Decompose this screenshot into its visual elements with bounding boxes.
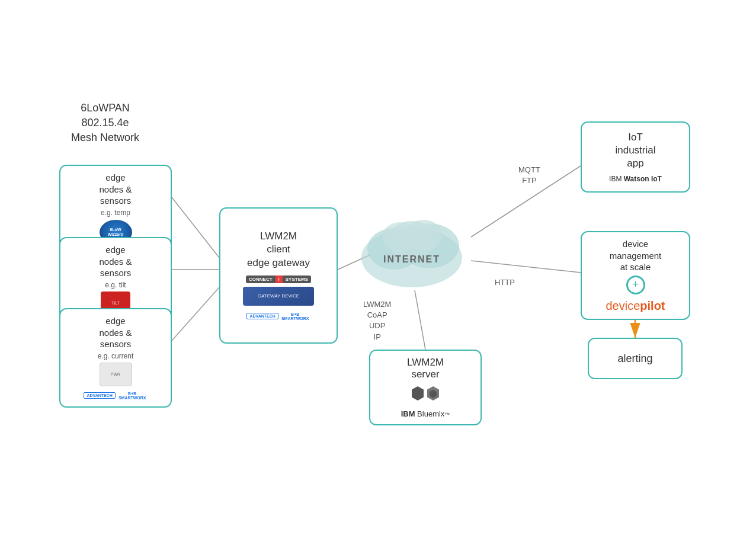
gateway-brand-connect: CONNECT / SYSTEMS <box>246 275 311 283</box>
edge-node-2-title: edgenodes &sensors <box>99 244 132 279</box>
watson-brand: IBM Watson IoT <box>609 175 662 183</box>
edge-node-3-title: edgenodes &sensors <box>99 315 132 350</box>
server-brand: IBM Bluemix™ <box>401 409 450 418</box>
devicepilot-icon <box>626 275 645 294</box>
mqtt-ftp-label: MQTT FTP <box>518 165 540 186</box>
device-mgmt-title: devicemanagementat scale <box>610 238 662 273</box>
gateway-device-img: GATEWAY DEVICE <box>243 287 314 306</box>
device-mgmt-box: devicemanagementat scale devicepilot <box>581 231 690 320</box>
gateway-brand-advantech: ADVANTECH <box>246 313 278 319</box>
gateway-title: LWM2Mclientedge gateway <box>247 230 310 269</box>
svg-point-14 <box>405 220 443 251</box>
cloud-svg: INTERNET <box>353 204 471 293</box>
brand-3-bb: B+BSMARTWORX <box>117 391 148 401</box>
brand-3-advantech: ADVANTECH <box>84 392 115 399</box>
svg-text:INTERNET: INTERNET <box>383 254 440 264</box>
sensor-3-icon: PWR <box>100 363 132 386</box>
devicepilot-brand: devicepilot <box>606 299 665 313</box>
lwm2m-label: LWM2M CoAP UDP IP <box>363 299 391 342</box>
gateway-brand-bb: B+BSMARTWORX <box>280 312 310 321</box>
internet-cloud: INTERNET <box>353 201 471 296</box>
svg-marker-16 <box>412 386 424 401</box>
iot-architecture-diagram: 6LoWPAN 802.15.4e Mesh Network edgenodes… <box>0 0 756 535</box>
edge-node-2-sub: e.g. tilt <box>105 281 126 289</box>
edge-node-1-sub: e.g. temp <box>101 209 130 217</box>
svg-line-2 <box>172 287 219 341</box>
server-box: LWM2Mserver IBM Bluemix™ <box>369 350 482 425</box>
alerting-box: alerting <box>588 338 683 379</box>
alerting-title: alerting <box>617 353 652 365</box>
iot-app-box: IoTindustrialapp IBM Watson IoT <box>581 121 690 193</box>
svg-line-0 <box>172 197 219 258</box>
edge-node-3-sub: e.g. current <box>98 352 134 360</box>
edge-node-1-title: edgenodes &sensors <box>99 172 132 207</box>
svg-line-6 <box>471 261 581 273</box>
edge-node-3: edgenodes &sensors e.g. current PWR ADVA… <box>59 308 172 408</box>
iot-app-title: IoTindustrialapp <box>615 131 655 170</box>
network-label: 6LoWPAN 802.15.4e Mesh Network <box>71 101 139 146</box>
http-label: HTTP <box>495 277 515 288</box>
gateway-box: LWM2Mclientedge gateway CONNECT / SYSTEM… <box>219 207 338 344</box>
server-title: LWM2Mserver <box>407 357 444 380</box>
svg-line-4 <box>415 290 425 350</box>
bluemix-hexagons <box>411 385 440 402</box>
